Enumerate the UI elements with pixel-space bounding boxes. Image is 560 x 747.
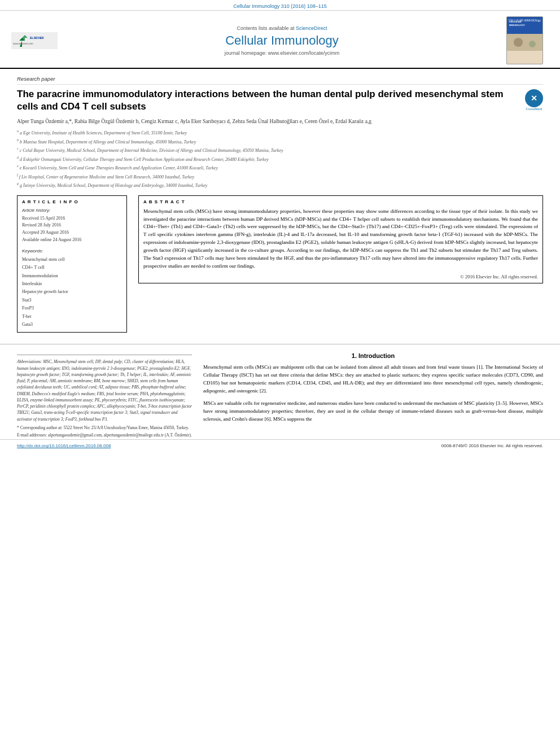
body-right-col: 1. Introduction Mesenchymal stem cells (… xyxy=(203,350,543,439)
affiliation-a: a a Ege University, Institute of Health … xyxy=(17,129,543,137)
right-column: A B S T R A C T Mesenchymal stem cells (… xyxy=(138,195,543,339)
affiliation-d: d d Eskişehir Osmangazi University, Cell… xyxy=(17,155,543,163)
doi-link[interactable]: http://dx.doi.org/10.1016/j.cellimm.2016… xyxy=(17,443,111,448)
article-info-box: A R T I C L E I N F O Article history: R… xyxy=(17,195,127,333)
copyright-line: © 2016 Elsevier Inc. All rights reserved… xyxy=(143,274,538,279)
sciencedirect-label: Contents lists available at ScienceDirec… xyxy=(69,25,495,31)
keywords-list: Mesenchymal stem cell CD4+ T cell Immuno… xyxy=(22,256,122,329)
journal-cover-thumbnail: CELLULAR IMMUNOLOGY xyxy=(506,16,543,64)
svg-point-11 xyxy=(514,38,523,47)
affiliation-b: b b Manisa State Hospital, Department of… xyxy=(17,138,543,146)
header-left: ELSEVIER www.elsevier.com xyxy=(11,32,58,49)
journal-citation: Cellular Immunology 310 (2016) 108–115 xyxy=(233,3,327,9)
svg-text:ELSEVIER: ELSEVIER xyxy=(30,36,44,40)
header-center: Contents lists available at ScienceDirec… xyxy=(58,25,506,56)
bottom-links: http://dx.doi.org/10.1016/j.cellimm.2016… xyxy=(0,439,560,451)
section-divider xyxy=(0,344,560,344)
article-info-title: A R T I C L E I N F O xyxy=(22,199,122,204)
two-col-section: A R T I C L E I N F O Article history: R… xyxy=(17,195,543,339)
history-label: Article history: xyxy=(22,208,122,213)
kw-0: Mesenchymal stem cell xyxy=(22,256,122,264)
journal-title: Cellular Immunology xyxy=(69,33,495,48)
article-type-label: Research paper xyxy=(17,76,543,85)
revised-date: Revised 28 July 2016 xyxy=(22,222,122,229)
crossmark-icon: ✕ xyxy=(525,89,543,107)
kw-1: CD4+ T cell xyxy=(22,264,122,272)
affiliation-e: e e Kocaeli University, Stem Cell and Ge… xyxy=(17,164,543,172)
elsevier-logo: ELSEVIER www.elsevier.com xyxy=(11,32,58,49)
crossmark-label: CrossMark xyxy=(525,107,543,111)
abstract-text: Mesenchymal stem cells (MSCs) have stron… xyxy=(143,208,538,271)
keywords-label: Keywords: xyxy=(22,248,122,254)
kw-3: Interleukin xyxy=(22,280,122,288)
abbreviations-text: Abbreviations: MSC, Mesenchymal stem cel… xyxy=(17,359,192,421)
footnotes-section: Abbreviations: MSC, Mesenchymal stem cel… xyxy=(17,355,192,438)
abbreviations-footnote: Abbreviations: MSC, Mesenchymal stem cel… xyxy=(17,359,192,422)
affiliation-c: c c Celal Bayar University, Medical Scho… xyxy=(17,146,543,154)
svg-point-12 xyxy=(529,41,536,47)
received-date: Received 15 April 2016 xyxy=(22,215,122,222)
left-column: A R T I C L E I N F O Article history: R… xyxy=(17,195,127,339)
keywords-section: Keywords: Mesenchymal stem cell CD4+ T c… xyxy=(22,248,122,329)
article-title: The paracrine immunomodulatory interacti… xyxy=(17,88,519,113)
article-history: Received 15 April 2016 Revised 28 July 2… xyxy=(22,215,122,244)
page: Cellular Immunology 310 (2016) 108–115 E… xyxy=(0,0,560,747)
kw-7: T-bet xyxy=(22,313,122,321)
article-title-area: The paracrine immunomodulatory interacti… xyxy=(17,88,543,113)
svg-rect-0 xyxy=(11,32,58,49)
available-date: Available online 24 August 2016 xyxy=(22,237,122,244)
intro-para-2: MSCs are valuable cells for regenerative… xyxy=(203,400,543,423)
intro-para-1: Mesenchymal stem cells (MSCs) are multip… xyxy=(203,364,543,395)
kw-4: Hepatocyte growth factor xyxy=(22,288,122,296)
kw-2: Immunomodulation xyxy=(22,272,122,280)
svg-text:IMMUNOLOGY: IMMUNOLOGY xyxy=(509,24,525,27)
body-two-col: Abbreviations: MSC, Mesenchymal stem cel… xyxy=(0,350,560,439)
affiliation-f: f f Liv Hospital, Center of Regenerative… xyxy=(17,173,543,181)
svg-rect-9 xyxy=(507,34,543,51)
cover-svg: CELLULAR IMMUNOLOGY xyxy=(507,17,543,64)
kw-8: Gata3 xyxy=(22,321,122,329)
accepted-date: Accepted 20 August 2016 xyxy=(22,229,122,237)
svg-text:www.elsevier.com: www.elsevier.com xyxy=(13,42,33,45)
affiliation-g: g g İstinye University, Medical School, … xyxy=(17,181,543,189)
main-content: Research paper The paracrine immunomodul… xyxy=(0,69,560,338)
issn-text: 0008-8749/© 2016 Elsevier Inc. All right… xyxy=(441,443,543,448)
abstract-title: A B S T R A C T xyxy=(143,199,538,204)
header-right: CELLULAR IMMUNOLOGY xyxy=(506,16,543,64)
abstract-box: A B S T R A C T Mesenchymal stem cells (… xyxy=(138,195,543,284)
kw-5: Stat3 xyxy=(22,296,122,304)
journal-citation-bar: Cellular Immunology 310 (2016) 108–115 xyxy=(0,0,560,11)
authors-line: Alper Tunga Özdemir a,*, Rabia Bilge Özg… xyxy=(17,117,543,125)
corresponding-author-note: * Corresponding author at: 5522 Street N… xyxy=(17,425,192,431)
svg-rect-10 xyxy=(507,51,543,64)
body-left-col: Abbreviations: MSC, Mesenchymal stem cel… xyxy=(17,350,192,439)
elsevier-logo-svg: ELSEVIER www.elsevier.com xyxy=(11,32,58,49)
journal-header: ELSEVIER www.elsevier.com Contents lists… xyxy=(0,11,560,69)
svg-text:CELLULAR: CELLULAR xyxy=(509,20,522,23)
section-1-heading: 1. Introduction xyxy=(203,352,543,359)
crossmark-container: ✕ CrossMark xyxy=(525,89,543,111)
email-note: E-mail addresses: alpertungaozdemir@gmai… xyxy=(17,432,192,438)
kw-6: FoxP3 xyxy=(22,304,122,312)
affiliations-block: a a Ege University, Institute of Health … xyxy=(17,129,543,189)
homepage-url: journal homepage: www.elsevier.com/locat… xyxy=(69,50,495,56)
